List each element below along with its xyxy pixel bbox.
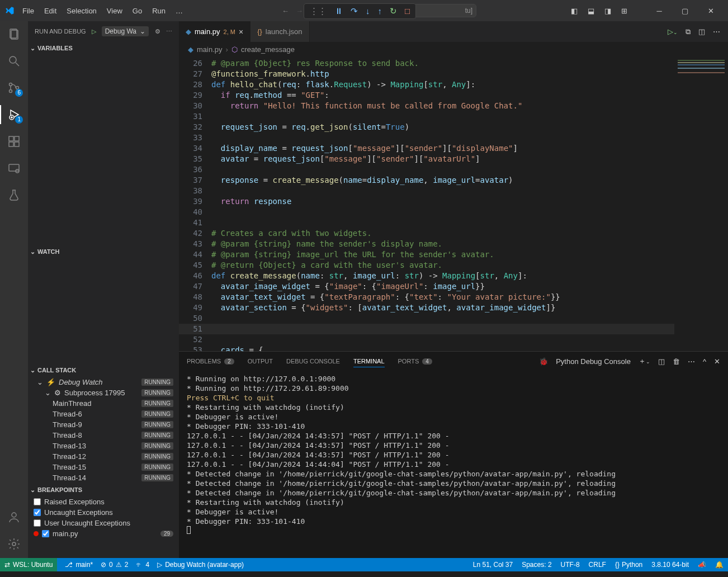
line-number[interactable]: 46 (179, 271, 202, 281)
breakpoint-checkbox[interactable] (34, 509, 41, 516)
explorer-icon[interactable] (7, 27, 21, 41)
panel-tab-debug-console[interactable]: DEBUG CONSOLE (286, 356, 340, 367)
panel-more-icon[interactable]: ⋯ (688, 357, 695, 366)
encoding-status[interactable]: UTF-8 (561, 561, 580, 569)
callstack-row[interactable]: Thread-8RUNNING (28, 430, 179, 441)
line-number[interactable]: 32 (179, 122, 202, 133)
search-icon[interactable] (7, 54, 21, 68)
more-icon[interactable]: ⋯ (166, 28, 172, 35)
breakpoint-checkbox[interactable] (34, 519, 41, 527)
line-number[interactable]: 34 (179, 143, 202, 154)
step-out-icon[interactable]: ↑ (378, 6, 382, 16)
pause-icon[interactable]: ⏸ (334, 6, 343, 16)
line-number[interactable]: 28 (179, 79, 202, 90)
callstack-row[interactable]: Thread-13RUNNING (28, 441, 179, 451)
start-debug-icon[interactable]: ▷ (92, 28, 96, 35)
maximize-icon[interactable]: ▢ (672, 0, 698, 21)
panel-tab-problems[interactable]: PROBLEMS2 (187, 356, 234, 367)
remote-indicator[interactable]: ⇄ WSL: Ubuntu (0, 558, 57, 571)
cursor-pos[interactable]: Ln 51, Col 37 (473, 561, 513, 569)
menu-go[interactable]: Go (128, 4, 146, 17)
remote-icon[interactable] (7, 161, 21, 176)
grip-icon[interactable]: ⋮⋮ (310, 6, 327, 16)
breadcrumb-item[interactable]: main.py (197, 45, 223, 54)
nav-back-icon[interactable]: ← (282, 7, 289, 15)
gear-icon[interactable]: ⚙ (155, 28, 160, 35)
settings-icon[interactable] (7, 537, 21, 551)
run-icon[interactable]: ▷⌄ (668, 27, 678, 36)
layout-grid-icon[interactable]: ⊞ (621, 7, 627, 15)
line-number[interactable]: 33 (179, 133, 202, 143)
add-terminal-icon[interactable]: ＋⌄ (639, 356, 650, 366)
line-number[interactable]: 43 (179, 239, 202, 249)
callstack-row[interactable]: ⌄⚙Subprocess 17995RUNNING (28, 387, 179, 398)
line-number[interactable]: 26 (179, 58, 202, 69)
language-status[interactable]: {}Python (615, 561, 642, 569)
line-number[interactable]: 53 (179, 345, 202, 351)
line-number[interactable]: 36 (179, 164, 202, 175)
line-number[interactable]: 27 (179, 69, 202, 79)
kill-terminal-icon[interactable]: 🗑 (673, 357, 680, 366)
split-icon[interactable]: ◫ (698, 27, 705, 36)
nav-forward-icon[interactable]: → (296, 7, 303, 15)
step-into-icon[interactable]: ↓ (366, 6, 370, 16)
menu-file[interactable]: File (18, 4, 39, 17)
breakpoint-row[interactable]: Raised Exceptions (28, 496, 179, 507)
interpreter-status[interactable]: 3.8.10 64-bit (651, 561, 689, 569)
run-debug-icon[interactable]: 1 (7, 107, 21, 122)
menu-run[interactable]: Run (148, 4, 170, 17)
line-number[interactable]: 35 (179, 154, 202, 164)
panel-tab-ports[interactable]: PORTS4 (398, 356, 432, 367)
live-icon[interactable]: ⧉ (686, 27, 691, 36)
panel-close-icon[interactable]: ✕ (714, 357, 720, 366)
tab-main-py[interactable]: ◆main.py2, M× (179, 21, 250, 42)
line-number[interactable]: 44 (179, 249, 202, 260)
callstack-row[interactable]: Thread-15RUNNING (28, 462, 179, 472)
line-number[interactable]: 29 (179, 90, 202, 101)
variables-header[interactable]: ⌄VARIABLES (28, 41, 179, 55)
more-icon[interactable]: ⋯ (713, 27, 720, 36)
line-number[interactable]: 49 (179, 302, 202, 313)
minimize-icon[interactable]: ─ (646, 0, 672, 21)
scm-icon[interactable]: 6 (7, 81, 21, 95)
breakpoints-header[interactable]: ⌄BREAKPOINTS (28, 483, 179, 496)
line-number[interactable]: 51 (179, 324, 202, 334)
terminal-output[interactable]: * Running on http://127.0.0.1:9000 * Run… (179, 371, 728, 558)
panel-tab-terminal[interactable]: TERMINAL (353, 356, 385, 367)
close-icon[interactable]: ✕ (698, 0, 724, 21)
layout-sidebar-icon[interactable]: ◨ (604, 7, 611, 15)
breakpoint-row[interactable]: Uncaught Exceptions (28, 507, 179, 518)
callstack-row[interactable]: Thread-12RUNNING (28, 451, 179, 462)
line-number[interactable]: 47 (179, 281, 202, 292)
debug-config-dropdown[interactable]: Debug Wa ⌄ (102, 26, 149, 36)
tab-close-icon[interactable]: × (239, 27, 243, 36)
bell-icon[interactable]: 🔔 (715, 561, 724, 569)
breakpoint-row[interactable]: main.py29 (28, 528, 179, 539)
split-terminal-icon[interactable]: ◫ (658, 357, 665, 366)
breakpoint-row[interactable]: User Uncaught Exceptions (28, 518, 179, 528)
menu-view[interactable]: View (102, 4, 127, 17)
ports-status[interactable]: ᯤ4 (136, 561, 149, 569)
extensions-icon[interactable] (7, 134, 21, 149)
terminal-profile[interactable]: Python Debug Console (556, 357, 631, 366)
menu-edit[interactable]: Edit (40, 4, 61, 17)
scm-branch[interactable]: ⎇main* (65, 561, 93, 569)
testing-icon[interactable] (7, 188, 21, 202)
breakpoint-checkbox[interactable] (34, 498, 41, 505)
eol-status[interactable]: CRLF (589, 561, 606, 569)
indent-status[interactable]: Spaces: 2 (522, 561, 551, 569)
tab-launch-json[interactable]: {}launch.json (250, 21, 309, 42)
restart-icon[interactable]: ↻ (390, 6, 397, 16)
line-number[interactable]: 37 (179, 175, 202, 186)
breakpoint-checkbox[interactable] (42, 530, 49, 537)
breadcrumb[interactable]: ◆main.py›⬡create_message (179, 42, 728, 56)
callstack-row[interactable]: Thread-9RUNNING (28, 419, 179, 430)
callstack-row[interactable]: Thread-14RUNNING (28, 472, 179, 483)
breadcrumb-item[interactable]: create_message (241, 45, 295, 54)
line-number[interactable]: 41 (179, 217, 202, 228)
feedback-icon[interactable]: 📣 (698, 561, 706, 569)
line-number[interactable]: 38 (179, 186, 202, 196)
callstack-row[interactable]: ⌄⚡Debug WatchRUNNING (28, 377, 179, 387)
step-over-icon[interactable]: ↷ (351, 6, 358, 16)
line-number[interactable]: 31 (179, 111, 202, 122)
